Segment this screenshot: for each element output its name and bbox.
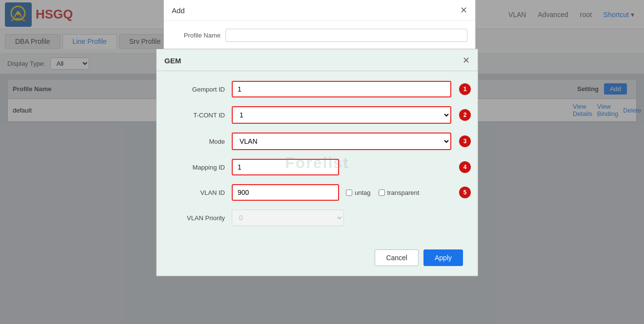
step-badge-3: 3 (459, 135, 471, 147)
gem-dialog-footer: Cancel Apply (157, 245, 478, 266)
mapping-id-row: Mapping ID 4 (171, 159, 463, 175)
profile-name-input[interactable] (225, 29, 467, 42)
step-badge-4: 4 (459, 161, 471, 173)
mapping-id-input[interactable] (232, 159, 339, 175)
gem-dialog-header: GEM ✕ (157, 49, 478, 71)
mode-row: Mode VLAN 3 (171, 133, 463, 150)
gem-dialog-close-icon[interactable]: ✕ (463, 55, 470, 66)
vlan-checkboxes: untag transparent (346, 189, 419, 196)
vlan-id-label: VLAN ID (171, 189, 225, 196)
mapping-id-label: Mapping ID (171, 164, 225, 171)
vlan-priority-label: VLAN Priority (171, 214, 225, 222)
step-badge-2: 2 (459, 109, 471, 121)
gem-dialog-title: GEM (164, 57, 181, 65)
transparent-checkbox[interactable] (379, 190, 385, 196)
gemport-id-label: Gemport ID (171, 86, 225, 93)
vlan-id-group: untag transparent (232, 184, 419, 201)
vlan-id-input[interactable] (232, 184, 339, 201)
profile-name-label: Profile Name (172, 32, 221, 39)
step-badge-1: 1 (459, 83, 471, 95)
cancel-button[interactable]: Cancel (375, 249, 419, 266)
vlan-priority-select[interactable]: 0 (232, 210, 344, 226)
gem-dialog: GEM ✕ Forelist Gemport ID 1 T-CONT ID 1 … (156, 49, 478, 276)
untag-label: untag (355, 189, 371, 196)
transparent-checkbox-item[interactable]: transparent (379, 189, 420, 196)
untag-checkbox-item[interactable]: untag (346, 189, 371, 196)
vlan-priority-row: VLAN Priority 0 (171, 210, 463, 226)
untag-checkbox[interactable] (346, 190, 352, 196)
tcont-id-select[interactable]: 1 (232, 106, 451, 124)
apply-button[interactable]: Apply (423, 249, 463, 266)
tcont-id-row: T-CONT ID 1 2 (171, 106, 463, 124)
tcont-id-label: T-CONT ID (171, 112, 225, 119)
gem-dialog-body: Forelist Gemport ID 1 T-CONT ID 1 2 Mode… (157, 71, 478, 245)
transparent-label: transparent (387, 189, 420, 196)
step-badge-5: 5 (459, 187, 471, 198)
gemport-id-input[interactable] (232, 81, 451, 97)
add-dialog-title: Add (172, 6, 185, 15)
gemport-id-row: Gemport ID 1 (171, 81, 463, 97)
vlan-id-row: VLAN ID untag transparent 5 (171, 184, 463, 201)
mode-select[interactable]: VLAN (232, 133, 451, 150)
add-dialog-body: Profile Name (164, 21, 475, 50)
add-dialog-close-icon[interactable]: ✕ (460, 5, 467, 16)
add-dialog-header: Add ✕ (164, 0, 475, 21)
mode-label: Mode (171, 138, 225, 145)
